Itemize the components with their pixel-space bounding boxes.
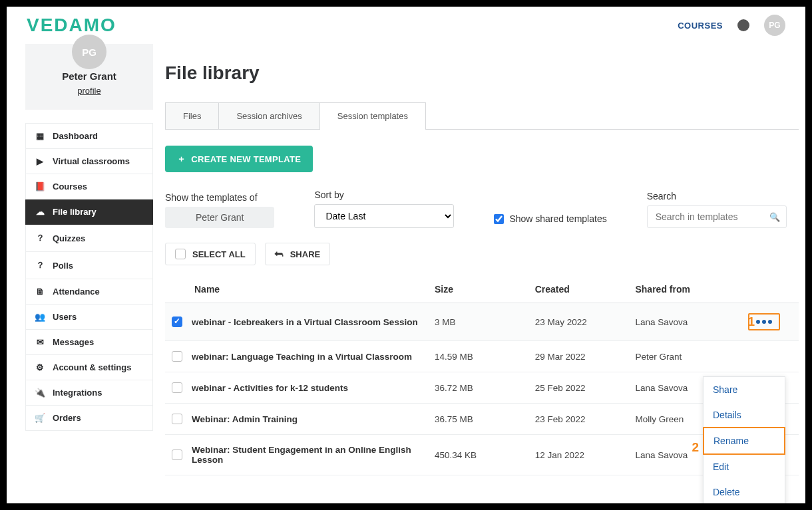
owner-filter-label: Show the templates of — [165, 192, 274, 203]
row-shared: Lana Savova — [628, 303, 741, 341]
sidebar-item-file-library[interactable]: ☁File library — [25, 199, 153, 225]
menu-item-share[interactable]: Share — [704, 377, 785, 402]
row-created: 25 Feb 2022 — [528, 372, 629, 404]
col-size[interactable]: Size — [428, 276, 528, 303]
top-nav-courses[interactable]: COURSES — [678, 21, 723, 31]
sidebar-item-label: Orders — [53, 413, 81, 423]
row-checkbox[interactable] — [172, 449, 182, 460]
select-all-label: SELECT ALL — [192, 249, 246, 259]
nav-icon: 📕 — [35, 182, 45, 191]
sort-select[interactable]: Date Last — [314, 204, 454, 228]
profile-card: PG Peter Grant profile — [25, 44, 153, 110]
create-template-label: CREATE NEW TEMPLATE — [191, 154, 301, 164]
create-template-button[interactable]: ＋ CREATE NEW TEMPLATE — [165, 146, 313, 172]
row-checkbox[interactable] — [172, 351, 182, 362]
nav-icon: ？ — [35, 259, 45, 271]
sidebar-item-messages[interactable]: ✉Messages — [25, 330, 153, 355]
share-button[interactable]: ⮪ SHARE — [265, 243, 331, 265]
row-name: webinar - Activities for k-12 students — [192, 383, 348, 393]
select-all-button[interactable]: SELECT ALL — [165, 243, 256, 265]
row-name: Webinar: Admin Training — [192, 414, 298, 424]
sidebar-item-orders[interactable]: 🛒Orders — [25, 406, 153, 431]
row-created: 23 Feb 2022 — [528, 404, 629, 435]
share-icon: ⮪ — [275, 249, 284, 259]
brand-logo[interactable]: VEDAMO — [27, 15, 116, 36]
annotation-1: 1 — [747, 315, 755, 329]
nav-icon: ⚙ — [35, 362, 45, 372]
row-checkbox[interactable] — [172, 414, 182, 424]
search-label: Search — [647, 191, 787, 201]
annotation-2: 2 — [692, 440, 699, 455]
nav-icon: ▶ — [35, 156, 45, 166]
row-size: 36.72 MB — [428, 372, 528, 404]
plus-icon: ＋ — [177, 153, 186, 165]
nav-icon: ✉ — [35, 337, 45, 347]
sidebar-item-account-settings[interactable]: ⚙Account & settings — [25, 355, 153, 380]
menu-item-rename[interactable]: Rename — [703, 427, 785, 455]
sidebar-item-label: Polls — [53, 261, 73, 271]
tab-session-archives[interactable]: Session archives — [218, 102, 319, 129]
shared-templates-label: Show shared templates — [509, 213, 606, 224]
tab-session-templates[interactable]: Session templates — [319, 102, 426, 129]
sort-label: Sort by — [314, 190, 454, 200]
select-all-checkbox[interactable] — [175, 249, 186, 259]
row-name: webinar - Icebreakers in a Virtual Class… — [192, 317, 418, 327]
user-avatar[interactable]: PG — [764, 15, 785, 36]
search-input[interactable] — [647, 205, 787, 228]
sidebar-item-label: Quizzes — [53, 233, 85, 243]
table-row[interactable]: webinar: Language Teaching in a Virtual … — [165, 341, 799, 372]
tab-files[interactable]: Files — [165, 102, 219, 129]
sidebar-item-attendance[interactable]: 🗎Attendance — [25, 279, 153, 305]
row-checkbox[interactable] — [172, 382, 182, 393]
sidebar-item-label: Attendance — [53, 287, 100, 297]
profile-avatar: PG — [72, 35, 106, 69]
menu-item-details[interactable]: Details — [704, 402, 785, 428]
row-created: 12 Jan 2022 — [528, 435, 629, 475]
sidebar-item-users[interactable]: 👥Users — [25, 305, 153, 330]
nav-icon: ▦ — [35, 131, 45, 141]
row-name: Webinar: Student Engagement in an Online… — [192, 445, 421, 465]
row-checkbox[interactable] — [172, 317, 182, 327]
col-shared[interactable]: Shared from — [628, 276, 741, 303]
sidebar-item-courses[interactable]: 📕Courses — [25, 174, 153, 199]
menu-item-delete[interactable]: Delete — [704, 479, 785, 505]
profile-link[interactable]: profile — [77, 86, 101, 96]
sidebar-item-label: Integrations — [53, 388, 102, 398]
globe-icon[interactable] — [737, 19, 749, 31]
col-name[interactable]: Name — [165, 276, 428, 303]
sidebar-item-polls[interactable]: ？Polls — [25, 252, 153, 279]
row-shared: Peter Grant — [628, 341, 741, 372]
sidebar-item-virtual-classrooms[interactable]: ▶Virtual classrooms — [25, 149, 153, 174]
nav-icon: 🗎 — [35, 287, 45, 297]
menu-item-edit[interactable]: Edit — [704, 454, 785, 479]
nav-icon: ？ — [35, 232, 45, 244]
row-size: 14.59 MB — [428, 341, 528, 372]
nav-icon: 🛒 — [35, 413, 45, 423]
sidebar-item-label: Courses — [53, 182, 87, 191]
row-name: webinar: Language Teaching in a Virtual … — [192, 352, 412, 362]
search-icon: 🔍 — [769, 212, 780, 222]
row-size: 3 MB — [428, 303, 528, 341]
nav-icon: 🔌 — [35, 388, 45, 398]
share-label: SHARE — [290, 249, 321, 259]
col-created[interactable]: Created — [528, 276, 629, 303]
row-size: 36.75 MB — [428, 404, 528, 435]
table-row[interactable]: webinar - Icebreakers in a Virtual Class… — [165, 303, 799, 341]
sidebar-item-quizzes[interactable]: ？Quizzes — [25, 225, 153, 252]
sidebar-item-label: Messages — [53, 337, 94, 347]
sidebar-item-label: Dashboard — [53, 131, 98, 141]
shared-templates-checkbox[interactable] — [494, 214, 504, 224]
sidebar-item-label: Account & settings — [53, 362, 131, 372]
shared-templates-toggle[interactable]: Show shared templates — [494, 213, 606, 228]
sidebar-item-label: Users — [53, 312, 77, 322]
profile-name: Peter Grant — [32, 70, 146, 82]
row-actions-menu: ShareDetailsRenameEditDelete — [703, 376, 785, 505]
row-created: 29 Mar 2022 — [528, 341, 629, 372]
owner-filter-value[interactable]: Peter Grant — [165, 207, 274, 228]
sidebar-item-dashboard[interactable]: ▦Dashboard — [25, 123, 153, 149]
nav-icon: 👥 — [35, 312, 45, 322]
sidebar-item-label: File library — [53, 207, 97, 217]
sidebar-item-integrations[interactable]: 🔌Integrations — [25, 380, 153, 406]
sidebar-item-label: Virtual classrooms — [53, 156, 130, 166]
page-title: File library — [165, 63, 799, 84]
